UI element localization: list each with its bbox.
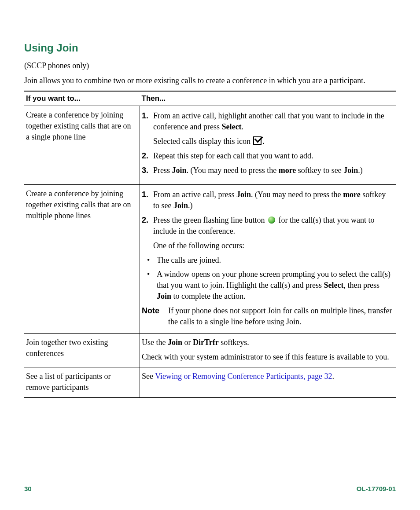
row1-steps: 1. From an active call, highlight anothe… [140, 106, 396, 184]
th-want: If you want to... [24, 91, 140, 106]
row3-goal: Join together two existing conferences [24, 333, 140, 367]
step-subtext: One of the following occurs: [153, 240, 393, 251]
row3-steps: Use the Join or DirTrfr softkeys. Check … [140, 333, 396, 367]
th-then: Then... [140, 91, 396, 106]
table-row: See a list of participants or remove par… [24, 367, 396, 398]
note-text: If your phone does not support Join for … [168, 305, 393, 327]
document-id: OL-17709-01 [357, 485, 396, 492]
step-number: 3. [142, 165, 153, 176]
step-text: Press Join. (You may need to press the m… [153, 165, 393, 176]
selected-call-icon [253, 136, 262, 145]
step-number: 1. [142, 110, 153, 121]
step-number: 2. [142, 215, 153, 226]
line-button-icon [268, 216, 275, 224]
step-text: From an active call, highlight another c… [153, 110, 393, 132]
bullet-item: • A window opens on your phone screen pr… [147, 269, 393, 302]
table-row: Create a conference by joining together … [24, 184, 396, 333]
intro-paragraph: Join allows you to combine two or more e… [24, 75, 396, 86]
document-page: Using Join (SCCP phones only) Join allow… [0, 0, 420, 510]
page-number: 30 [24, 485, 32, 492]
row4-goal: See a list of participants or remove par… [24, 367, 140, 398]
step-text: From an active call, press Join. (You ma… [153, 189, 393, 211]
step-text: Repeat this step for each call that you … [153, 150, 393, 161]
note-label: Note [142, 305, 168, 316]
section-heading: Using Join [24, 42, 396, 54]
step-subtext: Selected calls display this icon . [153, 136, 393, 147]
bullet-item: • The calls are joined. [147, 255, 393, 266]
intro-note: (SCCP phones only) [24, 60, 396, 71]
row4-steps: See Viewing or Removing Conference Parti… [140, 367, 396, 398]
table-row: Join together two existing conferences U… [24, 333, 396, 367]
page-footer: 30 OL-17709-01 [24, 482, 396, 492]
note: Note If your phone does not support Join… [142, 305, 393, 327]
row2-steps: 1. From an active call, press Join. (You… [140, 184, 396, 333]
row1-goal: Create a conference by joining together … [24, 106, 140, 184]
row2-goal: Create a conference by joining together … [24, 184, 140, 333]
step-text: Press the green flashing line button for… [153, 215, 393, 237]
crossref-link[interactable]: Viewing or Removing Conference Participa… [155, 372, 332, 381]
instructions-table: If you want to... Then... Create a confe… [24, 91, 396, 399]
table-row: Create a conference by joining together … [24, 106, 396, 184]
step-number: 1. [142, 189, 153, 200]
step-number: 2. [142, 150, 153, 161]
